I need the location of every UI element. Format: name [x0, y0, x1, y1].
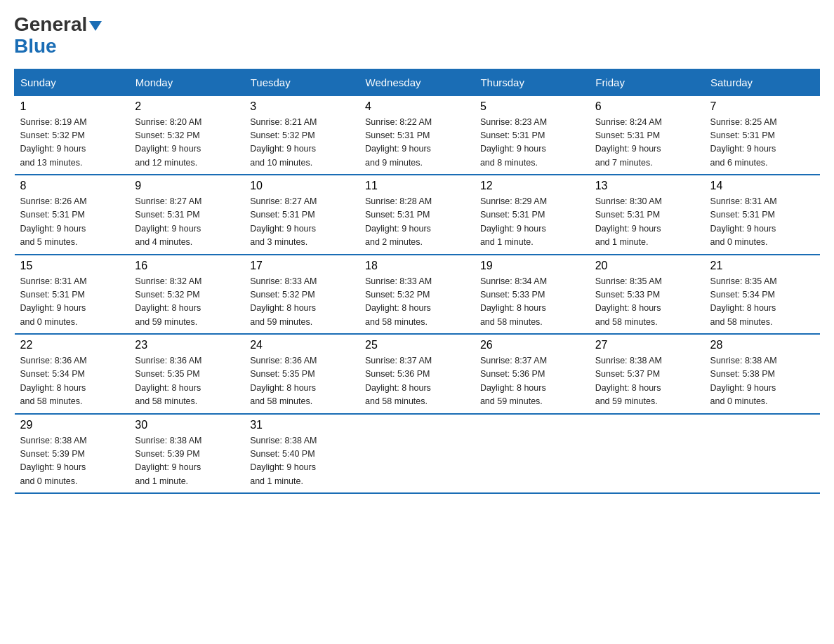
day-number: 7 [710, 100, 814, 113]
calendar-day-cell: 11 Sunrise: 8:28 AM Sunset: 5:31 PM Dayl… [359, 175, 475, 255]
calendar-day-cell: 3 Sunrise: 8:21 AM Sunset: 5:32 PM Dayli… [244, 95, 359, 175]
calendar-day-cell: 17 Sunrise: 8:33 AM Sunset: 5:32 PM Dayl… [244, 255, 359, 335]
calendar-day-cell: 10 Sunrise: 8:27 AM Sunset: 5:31 PM Dayl… [244, 175, 359, 255]
day-number: 15 [20, 260, 124, 272]
calendar-day-cell: 2 Sunrise: 8:20 AM Sunset: 5:32 PM Dayli… [129, 95, 244, 175]
day-info: Sunrise: 8:27 AM Sunset: 5:31 PM Dayligh… [135, 195, 239, 250]
day-number: 28 [710, 339, 814, 351]
weekday-header-tuesday: Tuesday [244, 69, 359, 95]
calendar-day-cell: 23 Sunrise: 8:36 AM Sunset: 5:35 PM Dayl… [129, 334, 244, 414]
weekday-header-saturday: Saturday [705, 69, 820, 95]
calendar-table: SundayMondayTuesdayWednesdayThursdayFrid… [14, 69, 820, 495]
day-number: 13 [595, 180, 699, 192]
day-info: Sunrise: 8:25 AM Sunset: 5:31 PM Dayligh… [710, 116, 814, 170]
calendar-week-row: 8 Sunrise: 8:26 AM Sunset: 5:31 PM Dayli… [15, 175, 820, 255]
day-number: 18 [365, 260, 469, 272]
calendar-body: 1 Sunrise: 8:19 AM Sunset: 5:32 PM Dayli… [15, 95, 820, 493]
day-number: 9 [135, 180, 239, 192]
calendar-day-cell: 28 Sunrise: 8:38 AM Sunset: 5:38 PM Dayl… [705, 334, 820, 414]
weekday-header-wednesday: Wednesday [359, 69, 475, 95]
day-number: 17 [250, 260, 354, 272]
day-number: 30 [135, 419, 239, 431]
day-number: 2 [135, 100, 239, 113]
day-info: Sunrise: 8:19 AM Sunset: 5:32 PM Dayligh… [20, 116, 124, 170]
day-info: Sunrise: 8:33 AM Sunset: 5:32 PM Dayligh… [250, 275, 354, 330]
day-number: 5 [480, 100, 584, 113]
calendar-day-cell: 7 Sunrise: 8:25 AM Sunset: 5:31 PM Dayli… [705, 95, 820, 175]
day-number: 6 [595, 100, 699, 113]
page-header: GeneralBlue [14, 14, 820, 58]
day-info: Sunrise: 8:20 AM Sunset: 5:32 PM Dayligh… [135, 116, 239, 170]
calendar-day-cell: 5 Sunrise: 8:23 AM Sunset: 5:31 PM Dayli… [475, 95, 590, 175]
day-number: 11 [365, 180, 469, 192]
calendar-day-cell: 22 Sunrise: 8:36 AM Sunset: 5:34 PM Dayl… [15, 334, 130, 414]
calendar-day-cell: 15 Sunrise: 8:31 AM Sunset: 5:31 PM Dayl… [15, 255, 130, 335]
day-number: 31 [250, 419, 354, 431]
day-info: Sunrise: 8:38 AM Sunset: 5:40 PM Dayligh… [250, 434, 354, 489]
calendar-day-cell [475, 414, 590, 494]
calendar-day-cell [705, 414, 820, 494]
day-number: 16 [135, 260, 239, 272]
day-info: Sunrise: 8:37 AM Sunset: 5:36 PM Dayligh… [365, 354, 469, 409]
calendar-week-row: 29 Sunrise: 8:38 AM Sunset: 5:39 PM Dayl… [15, 414, 820, 494]
calendar-week-row: 22 Sunrise: 8:36 AM Sunset: 5:34 PM Dayl… [15, 334, 820, 414]
day-info: Sunrise: 8:37 AM Sunset: 5:36 PM Dayligh… [480, 354, 584, 409]
calendar-day-cell: 13 Sunrise: 8:30 AM Sunset: 5:31 PM Dayl… [590, 175, 705, 255]
day-info: Sunrise: 8:38 AM Sunset: 5:37 PM Dayligh… [595, 354, 699, 409]
day-info: Sunrise: 8:27 AM Sunset: 5:31 PM Dayligh… [250, 195, 354, 250]
day-number: 12 [480, 180, 584, 192]
day-info: Sunrise: 8:31 AM Sunset: 5:31 PM Dayligh… [710, 195, 814, 250]
day-info: Sunrise: 8:22 AM Sunset: 5:31 PM Dayligh… [365, 116, 469, 170]
calendar-day-cell: 29 Sunrise: 8:38 AM Sunset: 5:39 PM Dayl… [15, 414, 130, 494]
calendar-day-cell: 20 Sunrise: 8:35 AM Sunset: 5:33 PM Dayl… [590, 255, 705, 335]
day-number: 14 [710, 180, 814, 192]
calendar-day-cell: 16 Sunrise: 8:32 AM Sunset: 5:32 PM Dayl… [129, 255, 244, 335]
day-info: Sunrise: 8:35 AM Sunset: 5:33 PM Dayligh… [595, 275, 699, 330]
day-number: 26 [480, 339, 584, 351]
day-number: 20 [595, 260, 699, 272]
day-number: 29 [20, 419, 124, 431]
calendar-day-cell: 24 Sunrise: 8:36 AM Sunset: 5:35 PM Dayl… [244, 334, 359, 414]
day-info: Sunrise: 8:36 AM Sunset: 5:35 PM Dayligh… [250, 354, 354, 409]
day-number: 24 [250, 339, 354, 351]
day-info: Sunrise: 8:29 AM Sunset: 5:31 PM Dayligh… [480, 195, 584, 250]
day-info: Sunrise: 8:30 AM Sunset: 5:31 PM Dayligh… [595, 195, 699, 250]
day-info: Sunrise: 8:33 AM Sunset: 5:32 PM Dayligh… [365, 275, 469, 330]
day-number: 10 [250, 180, 354, 192]
day-info: Sunrise: 8:34 AM Sunset: 5:33 PM Dayligh… [480, 275, 584, 330]
calendar-day-cell: 26 Sunrise: 8:37 AM Sunset: 5:36 PM Dayl… [475, 334, 590, 414]
calendar-day-cell: 30 Sunrise: 8:38 AM Sunset: 5:39 PM Dayl… [129, 414, 244, 494]
calendar-week-row: 1 Sunrise: 8:19 AM Sunset: 5:32 PM Dayli… [15, 95, 820, 175]
weekday-header-friday: Friday [590, 69, 705, 95]
calendar-day-cell: 12 Sunrise: 8:29 AM Sunset: 5:31 PM Dayl… [475, 175, 590, 255]
calendar-day-cell: 4 Sunrise: 8:22 AM Sunset: 5:31 PM Dayli… [359, 95, 475, 175]
day-info: Sunrise: 8:38 AM Sunset: 5:39 PM Dayligh… [135, 434, 239, 489]
calendar-day-cell: 19 Sunrise: 8:34 AM Sunset: 5:33 PM Dayl… [475, 255, 590, 335]
day-number: 19 [480, 260, 584, 272]
day-number: 23 [135, 339, 239, 351]
calendar-day-cell [359, 414, 475, 494]
day-number: 25 [365, 339, 469, 351]
calendar-day-cell: 18 Sunrise: 8:33 AM Sunset: 5:32 PM Dayl… [359, 255, 475, 335]
calendar-day-cell: 14 Sunrise: 8:31 AM Sunset: 5:31 PM Dayl… [705, 175, 820, 255]
calendar-day-cell: 25 Sunrise: 8:37 AM Sunset: 5:36 PM Dayl… [359, 334, 475, 414]
day-info: Sunrise: 8:38 AM Sunset: 5:39 PM Dayligh… [20, 434, 124, 489]
day-info: Sunrise: 8:31 AM Sunset: 5:31 PM Dayligh… [20, 275, 124, 330]
calendar-day-cell: 1 Sunrise: 8:19 AM Sunset: 5:32 PM Dayli… [15, 95, 130, 175]
day-number: 22 [20, 339, 124, 351]
day-info: Sunrise: 8:28 AM Sunset: 5:31 PM Dayligh… [365, 195, 469, 250]
day-info: Sunrise: 8:26 AM Sunset: 5:31 PM Dayligh… [20, 195, 124, 250]
day-info: Sunrise: 8:35 AM Sunset: 5:34 PM Dayligh… [710, 275, 814, 330]
day-number: 27 [595, 339, 699, 351]
weekday-header-thursday: Thursday [475, 69, 590, 95]
weekday-header-sunday: Sunday [15, 69, 130, 95]
day-info: Sunrise: 8:32 AM Sunset: 5:32 PM Dayligh… [135, 275, 239, 330]
day-info: Sunrise: 8:38 AM Sunset: 5:38 PM Dayligh… [710, 354, 814, 409]
calendar-day-cell: 8 Sunrise: 8:26 AM Sunset: 5:31 PM Dayli… [15, 175, 130, 255]
calendar-day-cell: 9 Sunrise: 8:27 AM Sunset: 5:31 PM Dayli… [129, 175, 244, 255]
weekday-header-monday: Monday [129, 69, 244, 95]
calendar-week-row: 15 Sunrise: 8:31 AM Sunset: 5:31 PM Dayl… [15, 255, 820, 335]
logo: GeneralBlue [14, 14, 102, 58]
calendar-day-cell: 6 Sunrise: 8:24 AM Sunset: 5:31 PM Dayli… [590, 95, 705, 175]
calendar-day-cell: 31 Sunrise: 8:38 AM Sunset: 5:40 PM Dayl… [244, 414, 359, 494]
